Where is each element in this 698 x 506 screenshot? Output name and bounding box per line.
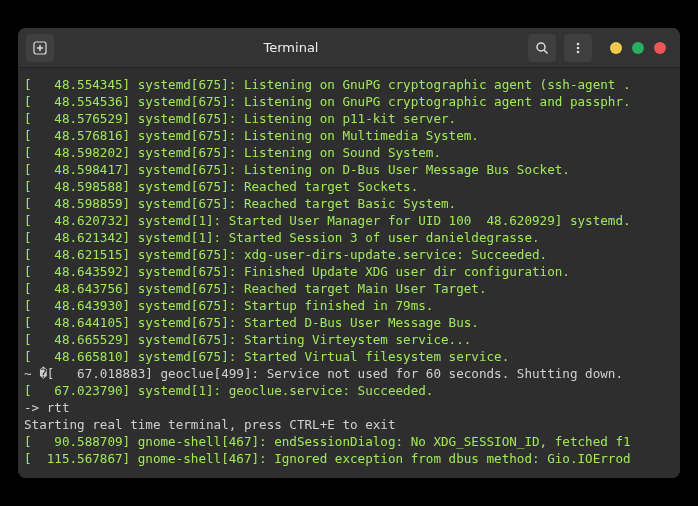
svg-point-5 [577,42,580,45]
log-line: [ 67.023790] systemd[1]: geoclue.service… [24,383,433,398]
log-line: [ 48.621342] systemd[1]: Started Session… [24,230,540,245]
log-line: [ 48.598588] systemd[675]: Reached targe… [24,179,418,194]
window-title: Terminal [54,40,528,55]
new-tab-button[interactable] [26,34,54,62]
log-line: [ 48.576529] systemd[675]: Listening on … [24,111,456,126]
log-line: [ 48.665810] systemd[675]: Started Virtu… [24,349,509,364]
log-line: [ 48.643756] systemd[675]: Reached targe… [24,281,487,296]
titlebar-left [26,34,54,62]
new-tab-icon [33,41,47,55]
log-line: [ 48.620732] systemd[1]: Started User Ma… [24,213,631,228]
info-line: Starting real time terminal, press CTRL+… [24,417,396,432]
log-line: [ 48.598859] systemd[675]: Reached targe… [24,196,456,211]
command-line: -> rtt [24,400,70,415]
log-line: [ 48.554345] systemd[675]: Listening on … [24,77,631,92]
log-line: [ 48.598417] systemd[675]: Listening on … [24,162,570,177]
menu-icon [571,41,585,55]
minimize-button[interactable] [610,42,622,54]
log-line: [ 115.567867] gnome-shell[467]: Ignored … [24,451,631,466]
search-icon [535,41,549,55]
maximize-button[interactable] [632,42,644,54]
log-line: [ 48.665529] systemd[675]: Starting Virt… [24,332,471,347]
terminal-window: Terminal [ 48.554345] s [18,28,680,478]
svg-point-6 [577,46,580,49]
log-line: [ 48.598202] systemd[675]: Listening on … [24,145,441,160]
log-line: [ 48.554536] systemd[675]: Listening on … [24,94,631,109]
log-line: [ 48.576816] systemd[675]: Listening on … [24,128,479,143]
log-line: [ 48.643592] systemd[675]: Finished Upda… [24,264,570,279]
log-line: [ 48.643930] systemd[675]: Startup finis… [24,298,433,313]
svg-point-7 [577,50,580,53]
window-controls [610,42,666,54]
search-button[interactable] [528,34,556,62]
log-line: [ 90.588709] gnome-shell[467]: endSessio… [24,434,631,449]
svg-line-4 [544,50,548,54]
titlebar: Terminal [18,28,680,68]
log-line: ~ �[ 67.018883] geoclue[499]: Service no… [24,366,623,381]
log-line: [ 48.621515] systemd[675]: xdg-user-dirs… [24,247,547,262]
log-line: [ 48.644105] systemd[675]: Started D-Bus… [24,315,479,330]
svg-point-3 [537,43,545,51]
terminal-output[interactable]: [ 48.554345] systemd[675]: Listening on … [18,68,680,478]
close-button[interactable] [654,42,666,54]
titlebar-right [528,34,672,62]
menu-button[interactable] [564,34,592,62]
